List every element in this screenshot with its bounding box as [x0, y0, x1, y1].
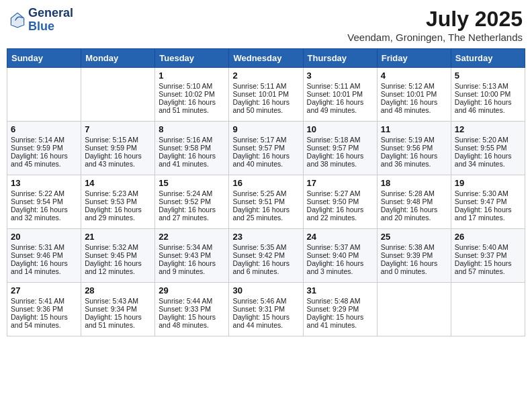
sunrise-text: Sunrise: 5:22 AM — [11, 189, 64, 197]
sunset-text: Sunset: 9:34 PM — [85, 305, 137, 313]
day-number: 28 — [85, 285, 151, 295]
day-number: 17 — [307, 178, 373, 188]
sunset-text: Sunset: 9:54 PM — [11, 197, 63, 205]
calendar-header-row: SundayMondayTuesdayWednesdayThursdayFrid… — [7, 49, 525, 68]
sunrise-text: Sunrise: 5:44 AM — [159, 297, 212, 305]
calendar-day-cell: 5Sunrise: 5:13 AMSunset: 10:00 PMDayligh… — [451, 68, 525, 122]
day-number: 13 — [11, 178, 77, 188]
daylight-text: Daylight: 16 hours and 14 minutes. — [11, 259, 68, 275]
daylight-text: Daylight: 15 hours and 51 minutes. — [85, 313, 142, 329]
calendar-day-cell: 14Sunrise: 5:23 AMSunset: 9:53 PMDayligh… — [81, 175, 155, 229]
sunset-text: Sunset: 9:31 PM — [232, 305, 285, 313]
sunset-text: Sunset: 9:52 PM — [159, 197, 211, 205]
logo-blue-text: Blue — [28, 20, 73, 34]
sunset-text: Sunset: 9:33 PM — [159, 305, 211, 313]
daylight-text: Daylight: 16 hours and 50 minutes. — [232, 98, 290, 114]
sunset-text: Sunset: 10:02 PM — [159, 90, 214, 98]
day-number: 25 — [381, 232, 447, 242]
sunrise-text: Sunrise: 5:10 AM — [159, 82, 212, 90]
daylight-text: Daylight: 16 hours and 45 minutes. — [11, 152, 68, 168]
sunrise-text: Sunrise: 5:28 AM — [381, 189, 435, 197]
daylight-text: Daylight: 16 hours and 43 minutes. — [85, 152, 142, 168]
calendar-day-cell: 8Sunrise: 5:16 AMSunset: 9:58 PMDaylight… — [155, 122, 229, 175]
calendar-day-cell: 6Sunrise: 5:14 AMSunset: 9:59 PMDaylight… — [7, 122, 81, 175]
logo-icon — [9, 12, 26, 28]
page-header: General Blue July 2025 Veendam, Groninge… — [7, 7, 525, 43]
sunrise-text: Sunrise: 5:35 AM — [232, 243, 286, 251]
sunset-text: Sunset: 9:37 PM — [455, 251, 507, 259]
day-number: 12 — [455, 124, 521, 134]
calendar-week-row: 6Sunrise: 5:14 AMSunset: 9:59 PMDaylight… — [7, 122, 525, 175]
daylight-text: Daylight: 16 hours and 40 minutes. — [232, 152, 290, 168]
day-number: 18 — [381, 178, 447, 188]
calendar-day-cell — [377, 283, 451, 336]
calendar-day-cell: 23Sunrise: 5:35 AMSunset: 9:42 PMDayligh… — [229, 229, 303, 283]
sunset-text: Sunset: 10:00 PM — [455, 90, 511, 98]
daylight-text: Daylight: 15 hours and 44 minutes. — [232, 313, 290, 329]
sunset-text: Sunset: 9:43 PM — [159, 251, 211, 259]
daylight-text: Daylight: 16 hours and 20 minutes. — [381, 205, 438, 222]
sunrise-text: Sunrise: 5:34 AM — [159, 243, 212, 251]
day-number: 10 — [307, 124, 373, 134]
sunset-text: Sunset: 9:48 PM — [381, 197, 433, 205]
sunrise-text: Sunrise: 5:43 AM — [85, 297, 138, 305]
sunrise-text: Sunrise: 5:18 AM — [307, 136, 361, 144]
day-number: 3 — [307, 71, 373, 81]
calendar-day-cell: 31Sunrise: 5:48 AMSunset: 9:29 PMDayligh… — [303, 283, 377, 336]
daylight-text: Daylight: 16 hours and 9 minutes. — [159, 259, 216, 275]
weekday-header: Tuesday — [155, 49, 229, 68]
calendar-day-cell: 27Sunrise: 5:41 AMSunset: 9:36 PMDayligh… — [7, 283, 81, 336]
sunset-text: Sunset: 9:42 PM — [232, 251, 285, 259]
calendar-day-cell: 17Sunrise: 5:27 AMSunset: 9:50 PMDayligh… — [303, 175, 377, 229]
sunrise-text: Sunrise: 5:16 AM — [159, 136, 212, 144]
calendar-day-cell: 25Sunrise: 5:38 AMSunset: 9:39 PMDayligh… — [377, 229, 451, 283]
sunrise-text: Sunrise: 5:38 AM — [381, 243, 435, 251]
day-number: 29 — [159, 285, 225, 295]
day-number: 6 — [11, 124, 77, 134]
sunset-text: Sunset: 9:58 PM — [159, 144, 211, 152]
sunset-text: Sunset: 10:01 PM — [232, 90, 288, 98]
calendar-day-cell: 1Sunrise: 5:10 AMSunset: 10:02 PMDayligh… — [155, 68, 229, 122]
sunrise-text: Sunrise: 5:24 AM — [159, 189, 212, 197]
calendar-day-cell: 26Sunrise: 5:40 AMSunset: 9:37 PMDayligh… — [451, 229, 525, 283]
day-number: 19 — [455, 178, 521, 188]
day-number: 4 — [381, 71, 447, 81]
sunrise-text: Sunrise: 5:11 AM — [307, 82, 361, 90]
calendar-day-cell: 4Sunrise: 5:12 AMSunset: 10:01 PMDayligh… — [377, 68, 451, 122]
day-number: 2 — [232, 71, 299, 81]
day-number: 23 — [232, 232, 299, 242]
day-number: 27 — [11, 285, 77, 295]
day-number: 26 — [455, 232, 521, 242]
sunrise-text: Sunrise: 5:46 AM — [232, 297, 286, 305]
sunset-text: Sunset: 9:57 PM — [307, 144, 359, 152]
calendar-day-cell — [451, 283, 525, 336]
sunrise-text: Sunrise: 5:30 AM — [455, 189, 508, 197]
sunset-text: Sunset: 9:47 PM — [455, 197, 507, 205]
day-number: 15 — [159, 178, 225, 188]
daylight-text: Daylight: 16 hours and 0 minutes. — [381, 259, 438, 275]
calendar-day-cell: 2Sunrise: 5:11 AMSunset: 10:01 PMDayligh… — [229, 68, 303, 122]
sunrise-text: Sunrise: 5:14 AM — [11, 136, 64, 144]
daylight-text: Daylight: 16 hours and 38 minutes. — [307, 152, 364, 168]
calendar-day-cell: 3Sunrise: 5:11 AMSunset: 10:01 PMDayligh… — [303, 68, 377, 122]
sunset-text: Sunset: 9:55 PM — [455, 144, 507, 152]
weekday-header: Friday — [377, 49, 451, 68]
logo-general-text: General — [28, 7, 73, 20]
location: Veendam, Groningen, The Netherlands — [347, 32, 523, 43]
sunrise-text: Sunrise: 5:27 AM — [307, 189, 361, 197]
daylight-text: Daylight: 16 hours and 41 minutes. — [159, 152, 216, 168]
daylight-text: Daylight: 16 hours and 27 minutes. — [159, 205, 216, 222]
calendar-day-cell: 28Sunrise: 5:43 AMSunset: 9:34 PMDayligh… — [81, 283, 155, 336]
daylight-text: Daylight: 15 hours and 41 minutes. — [307, 313, 364, 329]
sunrise-text: Sunrise: 5:12 AM — [381, 82, 435, 90]
sunrise-text: Sunrise: 5:17 AM — [232, 136, 286, 144]
daylight-text: Daylight: 16 hours and 32 minutes. — [11, 205, 68, 222]
day-number: 7 — [85, 124, 151, 134]
sunrise-text: Sunrise: 5:11 AM — [232, 82, 286, 90]
sunrise-text: Sunrise: 5:31 AM — [11, 243, 64, 251]
daylight-text: Daylight: 16 hours and 6 minutes. — [232, 259, 290, 275]
daylight-text: Daylight: 15 hours and 48 minutes. — [159, 313, 216, 329]
daylight-text: Daylight: 16 hours and 49 minutes. — [307, 98, 364, 114]
sunset-text: Sunset: 9:56 PM — [381, 144, 433, 152]
sunset-text: Sunset: 9:53 PM — [85, 197, 137, 205]
